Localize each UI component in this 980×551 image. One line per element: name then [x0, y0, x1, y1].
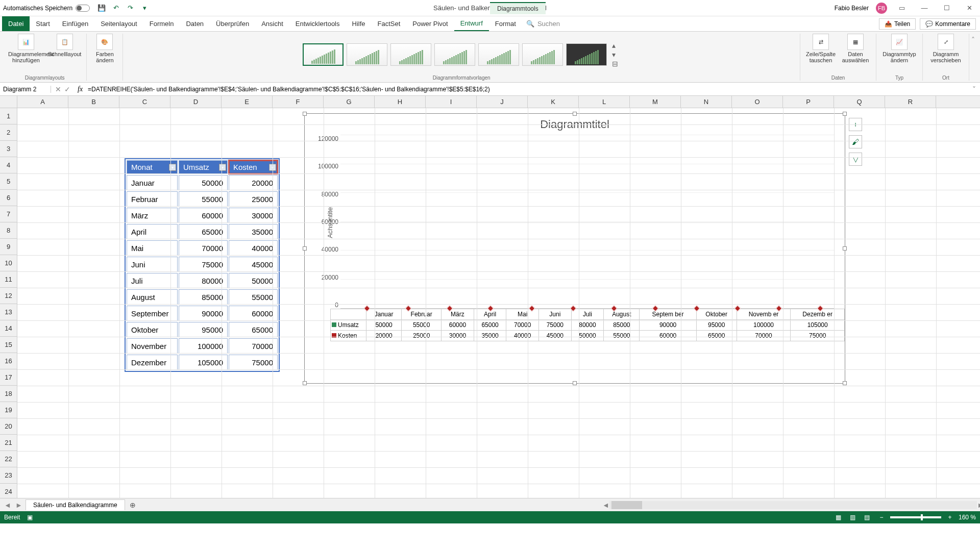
table-row[interactable]: Januar5000020000: [127, 175, 278, 190]
tab-seitenlayout[interactable]: Seitenlayout: [94, 16, 143, 31]
spreadsheet-grid[interactable]: ABCDEFGHIJKLMNOPQR 123456789101112131415…: [0, 96, 980, 498]
table-cell[interactable]: 100000: [179, 338, 228, 354]
table-row[interactable]: August8500055000: [127, 289, 278, 305]
gallery-more-icon[interactable]: ⊟: [612, 60, 618, 68]
table-cell[interactable]: 75000: [229, 355, 278, 370]
tab-formeln[interactable]: Formeln: [143, 16, 180, 31]
chart-style-thumb[interactable]: [390, 43, 431, 66]
change-colors-button[interactable]: 🎨 Farben ändern: [92, 34, 117, 63]
undo-icon[interactable]: ↶: [111, 4, 120, 13]
row-header[interactable]: 23: [0, 467, 17, 484]
row-header[interactable]: 22: [0, 451, 17, 467]
table-row[interactable]: Februar5500025000: [127, 191, 278, 207]
move-chart-button[interactable]: ⤢ Diagramm verschieben: [928, 34, 964, 63]
legend-entry[interactable]: Umsatz: [331, 320, 366, 331]
row-header[interactable]: 11: [0, 271, 17, 288]
tab-entwurf[interactable]: Entwurf: [454, 16, 489, 31]
table-cell[interactable]: 60000: [179, 208, 228, 223]
name-box[interactable]: Diagramm 2: [0, 86, 51, 93]
table-cell[interactable]: 65000: [179, 224, 228, 239]
resize-handle-s[interactable]: [573, 381, 577, 385]
column-header[interactable]: D: [170, 96, 222, 108]
row-header[interactable]: 3: [0, 141, 17, 157]
comments-button[interactable]: 💬 Kommentare: [920, 18, 976, 30]
column-header[interactable]: F: [273, 96, 324, 108]
table-cell[interactable]: 75000: [179, 257, 228, 272]
redo-icon[interactable]: ↷: [126, 4, 135, 13]
table-cell[interactable]: 70000: [229, 338, 278, 354]
sheet-nav-prev-icon[interactable]: ◄: [3, 501, 12, 509]
row-header[interactable]: 16: [0, 353, 17, 369]
resize-handle-w[interactable]: [303, 246, 307, 251]
row-header[interactable]: 18: [0, 386, 17, 402]
select-data-button[interactable]: ▦ Daten auswählen: [840, 34, 871, 63]
close-icon[interactable]: ✕: [962, 3, 977, 14]
formula-input[interactable]: =DATENREIHE('Säulen- und Balkendiagramme…: [86, 86, 968, 93]
legend-entry[interactable]: Kosten: [331, 331, 366, 341]
table-cell[interactable]: 20000: [229, 175, 278, 190]
scrollbar-thumb[interactable]: [611, 501, 642, 509]
expand-formula-icon[interactable]: ˅: [968, 85, 980, 93]
row-header[interactable]: 12: [0, 288, 17, 304]
row-header[interactable]: 15: [0, 337, 17, 353]
row-header[interactable]: 17: [0, 369, 17, 386]
table-row[interactable]: September9000060000: [127, 306, 278, 321]
zoom-out-icon[interactable]: −: [876, 513, 887, 522]
row-header[interactable]: 9: [0, 239, 17, 255]
sheet-nav-next-icon[interactable]: ►: [14, 501, 23, 509]
sheet-tab-active[interactable]: Säulen- und Balkendiagramme: [26, 499, 125, 510]
table-cell[interactable]: September: [127, 306, 178, 321]
tab-format[interactable]: Format: [489, 16, 522, 31]
table-cell[interactable]: 95000: [179, 322, 228, 337]
search-box[interactable]: 🔍 Suchen: [526, 16, 560, 31]
page-break-view-icon[interactable]: ▤: [862, 513, 873, 522]
column-header[interactable]: I: [426, 96, 477, 108]
resize-handle-nw[interactable]: [303, 112, 307, 116]
save-icon[interactable]: 💾: [97, 4, 106, 13]
table-cell[interactable]: Mai: [127, 240, 178, 256]
cancel-formula-icon[interactable]: ✕: [55, 85, 61, 93]
tab-power pivot[interactable]: Power Pivot: [406, 16, 454, 31]
row-header[interactable]: 5: [0, 173, 17, 190]
row-header[interactable]: 24: [0, 484, 17, 498]
column-header[interactable]: R: [885, 96, 936, 108]
column-header[interactable]: P: [783, 96, 834, 108]
resize-handle-se[interactable]: [843, 381, 847, 385]
zoom-slider[interactable]: [890, 516, 941, 518]
column-header[interactable]: M: [630, 96, 681, 108]
table-cell[interactable]: 80000: [179, 273, 228, 288]
quick-layout-button[interactable]: 📋 Schnelllayout: [48, 34, 81, 57]
chart-style-thumb[interactable]: [566, 43, 607, 66]
toggle-switch-icon[interactable]: [76, 5, 90, 12]
zoom-in-icon[interactable]: +: [944, 513, 955, 522]
table-cell[interactable]: Februar: [127, 191, 178, 207]
collapse-ribbon-icon[interactable]: ˄: [969, 34, 977, 46]
table-cell[interactable]: Juni: [127, 257, 178, 272]
fx-icon[interactable]: fx: [75, 85, 86, 93]
column-header[interactable]: N: [681, 96, 732, 108]
share-button[interactable]: 📤 Teilen: [879, 18, 916, 30]
row-header[interactable]: 7: [0, 206, 17, 222]
table-cell[interactable]: April: [127, 224, 178, 239]
qat-dropdown-icon[interactable]: ▾: [140, 4, 149, 13]
table-cell[interactable]: 35000: [229, 224, 278, 239]
cells-area[interactable]: Monat▾Umsatz▾Kosten▾ Januar5000020000Feb…: [17, 108, 980, 498]
table-header[interactable]: Monat▾: [127, 160, 178, 174]
ribbon-options-icon[interactable]: ▭: [894, 3, 910, 14]
tab-einfügen[interactable]: Einfügen: [56, 16, 94, 31]
row-header[interactable]: 8: [0, 222, 17, 239]
table-cell[interactable]: 45000: [229, 257, 278, 272]
maximize-icon[interactable]: ☐: [939, 3, 954, 14]
column-header[interactable]: L: [579, 96, 630, 108]
table-cell[interactable]: 50000: [229, 273, 278, 288]
resize-handle-ne[interactable]: [843, 112, 847, 116]
confirm-formula-icon[interactable]: ✓: [64, 85, 70, 93]
filter-dropdown-icon[interactable]: ▾: [219, 164, 226, 171]
tab-factset[interactable]: FactSet: [372, 16, 407, 31]
row-header[interactable]: 1: [0, 108, 17, 124]
table-cell[interactable]: Dezember: [127, 355, 178, 370]
table-row[interactable]: Dezember10500075000: [127, 355, 278, 370]
table-cell[interactable]: 70000: [179, 240, 228, 256]
resize-handle-sw[interactable]: [303, 381, 307, 385]
horizontal-scrollbar[interactable]: ◄ ►: [609, 501, 977, 509]
